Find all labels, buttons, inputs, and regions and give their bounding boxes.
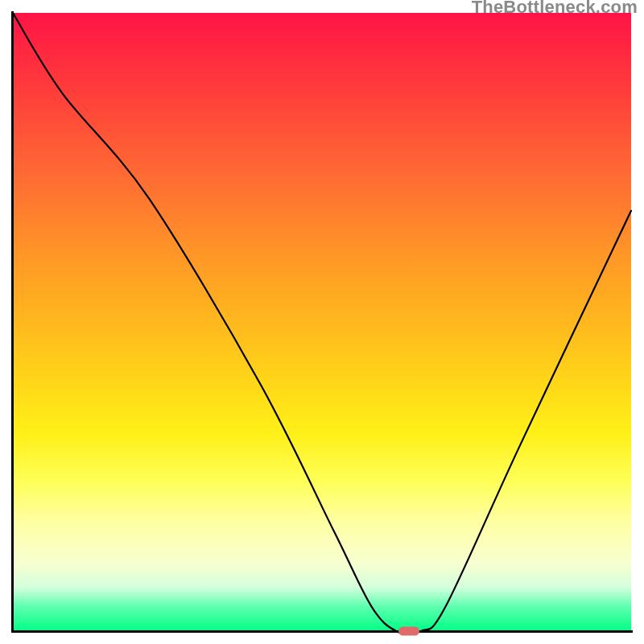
x-axis: [11, 630, 633, 633]
watermark-text: TheBottleneck.com: [472, 0, 638, 18]
gradient-plot-area: [13, 13, 631, 631]
bottleneck-chart: TheBottleneck.com: [0, 0, 644, 644]
optimal-marker: [398, 627, 419, 636]
y-axis: [11, 11, 14, 633]
